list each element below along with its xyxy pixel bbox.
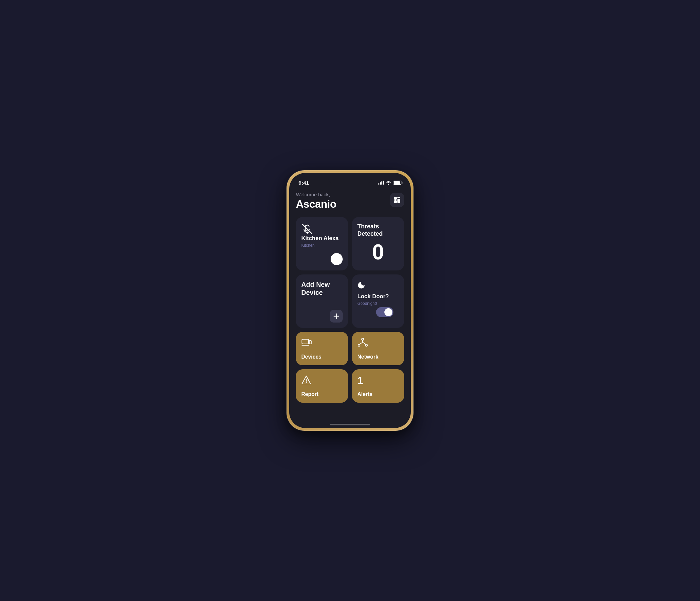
moon-icon bbox=[357, 280, 399, 290]
alerts-label: Alerts bbox=[357, 391, 399, 397]
network-icon bbox=[357, 338, 399, 347]
welcome-text: Welcome back, bbox=[296, 192, 336, 197]
svg-rect-7 bbox=[302, 339, 308, 344]
report-nav-card[interactable]: Report bbox=[296, 369, 348, 403]
report-icon bbox=[301, 375, 343, 385]
phone-frame: 9:41 bbox=[286, 170, 414, 431]
threats-detected-card[interactable]: Threats Detected 0 bbox=[352, 217, 404, 271]
svg-point-16 bbox=[306, 382, 307, 383]
home-indicator bbox=[330, 424, 370, 425]
grid-view-button[interactable] bbox=[390, 193, 404, 207]
mic-off-icon bbox=[301, 223, 313, 235]
toggle-pill-circle bbox=[384, 308, 393, 316]
svg-rect-0 bbox=[394, 197, 397, 200]
svg-line-15 bbox=[363, 342, 366, 344]
battery-icon bbox=[393, 181, 401, 185]
network-label: Network bbox=[357, 354, 399, 360]
wifi-icon bbox=[386, 181, 391, 185]
header: Welcome back, Ascanio bbox=[296, 192, 404, 210]
phone-screen: 9:41 bbox=[289, 173, 411, 428]
cards-grid: Kitchen Alexa Kitchen Threats Detected 0… bbox=[296, 217, 404, 328]
add-device-plus-button[interactable] bbox=[330, 310, 343, 323]
lock-door-card[interactable]: Lock Door? Goodnight! bbox=[352, 274, 404, 328]
network-nav-card[interactable]: Network bbox=[352, 332, 404, 365]
kitchen-alexa-toggle[interactable] bbox=[331, 253, 343, 265]
devices-nav-card[interactable]: Devices bbox=[296, 332, 348, 365]
devices-icon bbox=[301, 338, 343, 347]
add-new-device-card[interactable]: Add New Device bbox=[296, 274, 348, 328]
grid-icon bbox=[394, 196, 401, 204]
alerts-count: 1 bbox=[357, 375, 399, 386]
svg-rect-8 bbox=[309, 341, 311, 344]
kitchen-alexa-subtitle: Kitchen bbox=[301, 243, 343, 248]
svg-line-14 bbox=[360, 342, 363, 344]
user-name: Ascanio bbox=[296, 198, 336, 210]
kitchen-alexa-card[interactable]: Kitchen Alexa Kitchen bbox=[296, 217, 348, 271]
status-time: 9:41 bbox=[299, 180, 309, 186]
lock-door-subtitle: Goodnight! bbox=[357, 301, 399, 306]
main-content: Welcome back, Ascanio bbox=[289, 187, 411, 428]
kitchen-alexa-title: Kitchen Alexa bbox=[301, 235, 343, 242]
report-label: Report bbox=[301, 391, 343, 397]
svg-rect-3 bbox=[397, 199, 400, 203]
lock-door-toggle-pill[interactable] bbox=[376, 307, 394, 317]
add-device-title: Add New Device bbox=[301, 280, 343, 297]
threats-count: 0 bbox=[357, 242, 399, 263]
greeting-section: Welcome back, Ascanio bbox=[296, 192, 336, 210]
lock-door-title: Lock Door? bbox=[357, 293, 399, 300]
svg-rect-2 bbox=[394, 200, 397, 203]
phone-notch bbox=[328, 173, 372, 184]
alerts-nav-card[interactable]: 1 Alerts bbox=[352, 369, 404, 403]
plus-icon bbox=[333, 313, 339, 319]
toggle-circle[interactable] bbox=[331, 253, 343, 265]
threats-title: Threats Detected bbox=[357, 223, 399, 237]
status-icons bbox=[378, 181, 402, 185]
bottom-nav-grid: Devices Network bbox=[296, 332, 404, 403]
signal-icon bbox=[378, 181, 384, 185]
devices-label: Devices bbox=[301, 354, 343, 360]
svg-rect-1 bbox=[397, 197, 400, 198]
